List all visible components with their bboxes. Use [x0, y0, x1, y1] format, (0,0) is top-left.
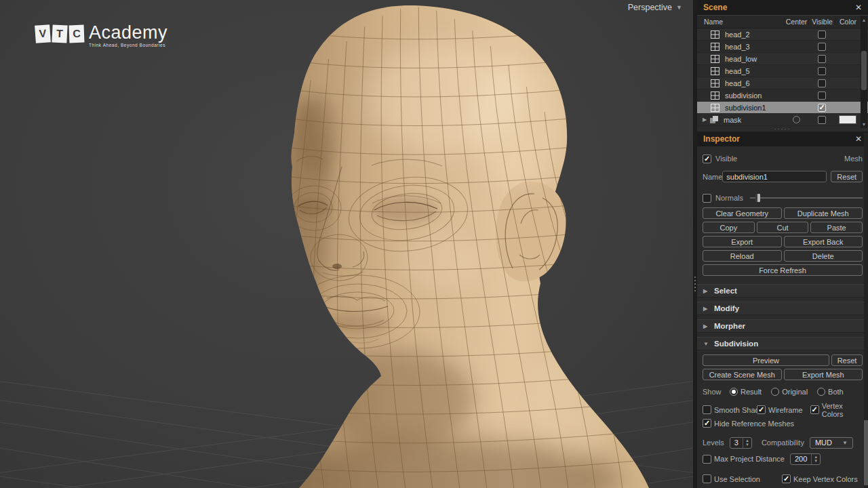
column-color[interactable]: Color	[835, 18, 860, 26]
cut-button[interactable]: Cut	[757, 222, 809, 233]
scroll-up-icon[interactable]: ▲	[862, 16, 867, 24]
visible-checkbox[interactable]	[818, 55, 826, 63]
camera-mode-dropdown[interactable]: Perspective ▼	[628, 3, 682, 12]
scroll-down-icon[interactable]: ▼	[862, 120, 867, 128]
smooth-shading-checkbox[interactable]	[703, 405, 711, 414]
wireframe-label[interactable]: Wireframe	[768, 406, 803, 414]
create-scene-mesh-button[interactable]: Create Scene Mesh	[703, 369, 782, 380]
section-select[interactable]: ▶ Select	[697, 284, 868, 298]
scene-close-icon[interactable]: ✕	[855, 3, 862, 12]
scene-item-label: head_low	[725, 55, 784, 63]
scrollbar-thumb[interactable]	[864, 420, 868, 485]
vertex-colors-label[interactable]: Vertex Colors	[822, 402, 863, 418]
chevron-right-icon: ▶	[703, 323, 709, 329]
reload-button[interactable]: Reload	[703, 250, 782, 262]
name-input[interactable]	[722, 171, 827, 182]
viewport-canvas[interactable]: V T C Academy Think Ahead, Beyond Bounda…	[0, 0, 693, 488]
original-radio-label[interactable]: Original	[782, 388, 808, 396]
stepper-arrows-icon[interactable]: ▲▼	[811, 454, 820, 464]
scene-scrollbar[interactable]: ▲ ▼	[861, 16, 867, 128]
column-visible[interactable]: Visible	[808, 18, 835, 26]
force-refresh-button[interactable]: Force Refresh	[703, 264, 863, 276]
smooth-shading-label[interactable]: Smooth Shading	[714, 406, 757, 414]
max-project-distance-label[interactable]: Max Project Distance	[714, 455, 785, 463]
section-label: Select	[714, 287, 737, 295]
stepper-arrows-icon[interactable]: ▲▼	[743, 438, 751, 448]
scene-item-label: head_3	[725, 43, 784, 51]
max-project-distance-value: 200	[791, 454, 811, 464]
scrollbar-thumb[interactable]	[861, 51, 867, 90]
visible-checkbox[interactable]	[818, 92, 826, 100]
scene-item-label: head_5	[725, 67, 784, 75]
export-mesh-button[interactable]: Export Mesh	[784, 369, 863, 380]
chevron-right-icon: ▶	[703, 288, 709, 294]
preview-button[interactable]: Preview	[703, 354, 829, 366]
scene-panel-title: Scene	[703, 3, 727, 12]
layers-group-icon	[709, 115, 719, 124]
hide-reference-meshes-label[interactable]: Hide Reference Meshes	[714, 420, 794, 428]
scene-row-subdivision1[interactable]: subdivision1	[697, 102, 868, 114]
scene-row-head_3[interactable]: head_3	[697, 41, 868, 53]
keep-vertex-colors-checkbox[interactable]	[782, 474, 791, 483]
visible-checkbox[interactable]	[818, 116, 826, 124]
export-back-button[interactable]: Export Back	[784, 236, 863, 247]
max-project-distance-stepper[interactable]: 200 ▲▼	[790, 453, 821, 465]
use-selection-checkbox[interactable]	[703, 474, 711, 483]
inspector-scrollbar[interactable]	[864, 133, 868, 488]
delete-button[interactable]: Delete	[784, 250, 863, 262]
scene-row-subdivision[interactable]: subdivision	[697, 89, 868, 102]
camera-mode-label: Perspective	[628, 3, 672, 12]
levels-value: 3	[730, 438, 743, 448]
chevron-right-icon[interactable]: ▶	[700, 117, 709, 123]
logo-letter-boxes: V T C	[35, 23, 84, 43]
scene-row-head_5[interactable]: head_5	[697, 65, 868, 77]
subdivision-reset-button[interactable]: Reset	[831, 354, 863, 366]
export-button[interactable]: Export	[703, 236, 782, 247]
scene-row-head_6[interactable]: head_6	[697, 77, 868, 89]
visible-checkbox[interactable]	[818, 30, 826, 39]
scene-row-head_2[interactable]: head_2	[697, 28, 868, 41]
visible-checkbox[interactable]	[818, 43, 826, 51]
show-label: Show	[703, 388, 730, 396]
scene-row-mask[interactable]: ▶ mask	[697, 114, 868, 126]
slider-knob[interactable]	[755, 194, 760, 202]
hide-reference-meshes-checkbox[interactable]	[703, 419, 711, 428]
copy-button[interactable]: Copy	[703, 222, 755, 233]
center-radio[interactable]	[793, 116, 800, 123]
result-radio-label[interactable]: Result	[741, 388, 762, 396]
visible-checkbox[interactable]	[818, 67, 826, 75]
both-radio[interactable]	[817, 388, 825, 396]
wireframe-checkbox[interactable]	[757, 405, 766, 414]
use-selection-label[interactable]: Use Selection	[714, 475, 782, 483]
section-morpher[interactable]: ▶ Morpher	[697, 319, 868, 333]
normals-checkbox[interactable]	[703, 194, 711, 203]
duplicate-mesh-button[interactable]: Duplicate Mesh	[784, 207, 863, 219]
name-reset-button[interactable]: Reset	[831, 171, 863, 182]
max-project-distance-checkbox[interactable]	[703, 455, 711, 464]
column-center[interactable]: Center	[784, 18, 808, 26]
color-swatch[interactable]	[839, 115, 856, 124]
visible-checkbox[interactable]	[703, 155, 711, 163]
visible-checkbox[interactable]	[818, 104, 826, 112]
keep-vertex-colors-label[interactable]: Keep Vertex Colors	[793, 475, 858, 483]
inspector-close-icon[interactable]: ✕	[855, 135, 862, 143]
mesh-grid-icon	[711, 54, 720, 63]
both-radio-label[interactable]: Both	[828, 388, 844, 396]
original-radio[interactable]	[771, 388, 779, 396]
scene-row-head_low[interactable]: head_low	[697, 53, 868, 65]
column-name[interactable]: Name	[697, 18, 784, 26]
vertex-colors-checkbox[interactable]	[810, 405, 819, 414]
mesh-grid-icon	[711, 42, 720, 51]
visible-checkbox[interactable]	[818, 79, 826, 87]
compatibility-value: MUD	[815, 439, 832, 447]
clear-geometry-button[interactable]: Clear Geometry	[703, 207, 782, 219]
mesh-grid-icon	[711, 66, 720, 75]
paste-button[interactable]: Paste	[810, 222, 863, 233]
normals-slider[interactable]	[750, 197, 863, 199]
section-modify[interactable]: ▶ Modify	[697, 302, 868, 315]
scene-inspector-splitter[interactable]	[697, 126, 868, 131]
section-subdivision[interactable]: ▼ Subdivision	[697, 337, 868, 350]
levels-stepper[interactable]: 3 ▲▼	[730, 437, 752, 449]
result-radio[interactable]	[730, 388, 738, 396]
compatibility-dropdown[interactable]: MUD ▼	[810, 437, 853, 449]
